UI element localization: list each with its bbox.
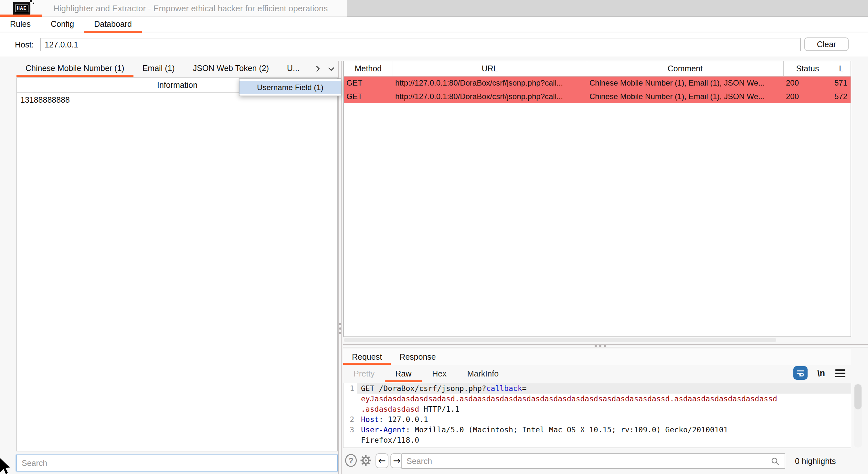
cell-method: GET: [344, 76, 393, 90]
extractor-tab[interactable]: JSON Web Token (2): [184, 61, 278, 77]
selected-tab-indicator: [0, 14, 42, 17]
column-header-url[interactable]: URL: [393, 61, 587, 76]
editor-vscrollbar[interactable]: [854, 383, 862, 447]
cell-status: 200: [783, 76, 832, 90]
raw-request-editor[interactable]: 1GET /DoraBox/csrf/jsonp.php?callback=ey…: [343, 383, 851, 448]
search-icon: [770, 456, 780, 466]
cell-url: http://127.0.0.1:80/DoraBox/csrf/jsonp.p…: [393, 90, 587, 103]
highlights-count: 0 highlights: [795, 453, 836, 470]
code-text: eyJasdasdasdasdsadasd.asdaasdasdasdasdas…: [357, 394, 851, 404]
extension-logo-tab[interactable]: HAE: [0, 0, 42, 17]
tab-databoard[interactable]: Databoard: [84, 17, 142, 32]
gear-icon[interactable]: [359, 453, 373, 468]
tab-markinfo[interactable]: MarkInfo: [457, 366, 509, 382]
cell-len: 572: [832, 90, 850, 103]
code-text: Firefox/118.0: [357, 435, 851, 445]
clear-button[interactable]: Clear: [804, 37, 848, 51]
column-header-status[interactable]: Status: [783, 61, 832, 76]
code-line: 2Host: 127.0.0.1: [343, 414, 851, 425]
hae-logo-pen-icon: [33, 3, 34, 4]
extractor-tab[interactable]: U...: [278, 61, 309, 77]
cell-url: http://127.0.0.1:80/DoraBox/csrf/jsonp.p…: [393, 76, 587, 90]
line-number: 1: [343, 383, 357, 394]
splitter-grip-icon: [339, 323, 341, 334]
message-tabs: Request Response: [343, 349, 851, 365]
code-text: GET /DoraBox/csrf/jsonp.php?callback=: [357, 383, 851, 394]
column-header-method[interactable]: Method: [344, 61, 393, 76]
extractor-search-input[interactable]: [17, 454, 338, 471]
main-nav-tabs: Rules Config Databoard: [0, 17, 868, 32]
editor-view-tabs: Pretty Raw Hex MarkInfo: [343, 366, 851, 382]
dropdown-item[interactable]: Username Field (1): [240, 81, 341, 94]
tab-raw[interactable]: Raw: [385, 366, 422, 382]
hae-logo-icon: HAE: [13, 2, 30, 15]
extractor-tab[interactable]: Chinese Mobile Number (1): [17, 61, 133, 77]
tab-rules[interactable]: Rules: [0, 17, 41, 32]
extractor-tabs-list: Chinese Mobile Number (1)Email (1)JSON W…: [17, 61, 309, 77]
previous-match-button[interactable]: ←: [375, 453, 389, 468]
help-icon[interactable]: ?: [345, 454, 357, 467]
extractor-tabs: Chinese Mobile Number (1)Email (1)JSON W…: [17, 61, 338, 77]
code-line: 3User-Agent: Mozilla/5.0 (Macintosh; Int…: [343, 425, 851, 435]
newline-toggle[interactable]: \n: [812, 367, 830, 380]
editor-search-toolbar: ? ← → 0 highlights: [343, 453, 851, 471]
line-number: [343, 394, 357, 404]
word-wrap-toggle[interactable]: [793, 366, 808, 380]
hamburger-menu-icon[interactable]: [835, 369, 845, 377]
page-title: Highlighter and Extractor - Empower ethi…: [53, 0, 328, 17]
extractor-panel: Chinese Mobile Number (1)Email (1)JSON W…: [17, 61, 338, 474]
request-row[interactable]: GEThttp://127.0.0.1:80/DoraBox/csrf/json…: [344, 90, 850, 103]
extractor-tab[interactable]: Email (1): [133, 61, 184, 77]
word-wrap-icon: [796, 368, 805, 378]
information-table: Information 13188888888: [17, 77, 338, 451]
line-number: 2: [343, 414, 357, 425]
tab-hex[interactable]: Hex: [422, 366, 457, 382]
requests-panel: Method URL Comment Status L GEThttp://12…: [343, 61, 851, 474]
code-text: Host: 127.0.0.1: [357, 414, 851, 425]
host-bar: Host: Clear: [0, 33, 868, 57]
hae-extension-window: HAE Highlighter and Extractor - Empower …: [0, 0, 868, 474]
mouse-cursor-icon: [0, 458, 12, 474]
code-text: User-Agent: Mozilla/5.0 (Macintosh; Inte…: [357, 425, 851, 435]
host-label: Host:: [15, 33, 34, 57]
chevron-right-icon[interactable]: [313, 64, 322, 73]
column-header-length[interactable]: L: [832, 61, 850, 76]
title-bar: HAE Highlighter and Extractor - Empower …: [0, 0, 868, 17]
titlebar-empty-area: [347, 0, 868, 17]
host-input[interactable]: [40, 38, 801, 52]
cell-status: 200: [783, 90, 832, 103]
line-number: [343, 404, 357, 414]
requests-table: Method URL Comment Status L GEThttp://12…: [343, 61, 851, 337]
code-text: .asdasdasdasd HTTP/1.1: [357, 404, 851, 414]
cell-method: GET: [344, 90, 393, 103]
hae-logo-text: HAE: [15, 4, 28, 12]
column-header-comment[interactable]: Comment: [587, 61, 783, 76]
editor-search-input[interactable]: [401, 453, 785, 469]
requests-table-header: Method URL Comment Status L: [344, 61, 850, 76]
vertical-splitter[interactable]: [338, 61, 343, 474]
code-line: 1GET /DoraBox/csrf/jsonp.php?callback=: [343, 383, 851, 394]
tab-response[interactable]: Response: [391, 349, 445, 365]
line-number: 3: [343, 425, 357, 435]
cell-comment: Chinese Mobile Number (1), Email (1), JS…: [587, 76, 783, 90]
tab-config[interactable]: Config: [41, 17, 84, 32]
request-row[interactable]: GEThttp://127.0.0.1:80/DoraBox/csrf/json…: [344, 76, 850, 90]
hae-logo-pen-icon: [30, 0, 32, 2]
cell-comment: Chinese Mobile Number (1), Email (1), JS…: [587, 90, 783, 103]
extractor-tab-dropdown: Username Field (1): [239, 78, 341, 96]
code-line: eyJasdasdasdasdsadasd.asdaasdasdasdasdas…: [343, 394, 851, 404]
tab-request[interactable]: Request: [343, 349, 391, 365]
requests-table-hscrollbar[interactable]: [344, 338, 776, 342]
cell-len: 571: [832, 76, 850, 90]
chevron-down-icon[interactable]: [327, 64, 336, 73]
line-number: [343, 435, 357, 445]
tab-pretty[interactable]: Pretty: [343, 366, 385, 382]
code-line: .asdasdasdasd HTTP/1.1: [343, 404, 851, 414]
code-line: Firefox/118.0: [343, 435, 851, 445]
